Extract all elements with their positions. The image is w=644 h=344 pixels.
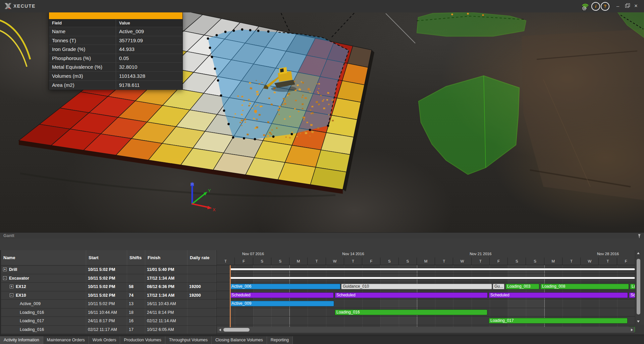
gantt-bar[interactable]: Scheduled xyxy=(335,292,488,298)
table-row[interactable]: Loading_01602/12 11:17 AM1710/12 6:05 AM xyxy=(1,326,216,334)
table-row[interactable]: −Excavator10/11 5:02 PM17/12 1:34 AM xyxy=(1,274,216,283)
restore-icon[interactable] xyxy=(625,4,629,8)
3d-viewport[interactable]: Y X Field Value NameActive_009Tonnes (T)… xyxy=(0,12,644,232)
gantt-chart[interactable]: Nov 07 2016TFSSNov 14 2016MTWTFSSNov 21 … xyxy=(216,250,635,334)
timeline-week-label: Nov 14 2016 xyxy=(289,250,417,257)
gantt-bar[interactable]: Sc xyxy=(629,292,635,298)
tab-reporting[interactable]: Reporting xyxy=(267,336,293,344)
scroll-right-icon[interactable] xyxy=(631,329,633,331)
vertical-scroll-thumb[interactable] xyxy=(637,259,640,314)
dig-vertex-dot[interactable] xyxy=(224,31,227,33)
pin-icon[interactable] xyxy=(637,234,642,238)
gantt-bar[interactable]: Loading_017 xyxy=(489,318,628,324)
expand-icon[interactable]: + xyxy=(10,285,13,288)
dig-vertex-dot[interactable] xyxy=(267,31,270,33)
table-row[interactable]: −EX1010/11 5:02 PM7417/12 1:34 AM19200 xyxy=(1,291,216,300)
material-cube xyxy=(326,99,328,101)
gantt-bar[interactable]: Active_006 xyxy=(230,284,340,289)
col-header-daily-rate[interactable]: Daily rate xyxy=(187,250,216,265)
activity-marker-dot[interactable] xyxy=(254,110,257,113)
dig-vertex-dot[interactable] xyxy=(207,38,209,40)
dig-vertex-dot[interactable] xyxy=(254,138,256,140)
gantt-bar[interactable]: Active_009 xyxy=(230,301,334,306)
tooltip-value: 44.933 xyxy=(116,45,182,54)
cell-shifts: 17 xyxy=(127,326,145,334)
connection-settings-icon[interactable] xyxy=(581,1,590,11)
dig-vertex-dot[interactable] xyxy=(227,123,230,125)
minimize-button[interactable]: – xyxy=(614,3,621,9)
horizontal-scroll-thumb[interactable] xyxy=(223,328,250,332)
dig-vertex-dot[interactable] xyxy=(211,56,213,58)
dig-vertex-dot[interactable] xyxy=(257,30,260,32)
material-cube xyxy=(247,133,249,135)
gantt-bar[interactable]: Scheduled xyxy=(489,292,628,298)
dig-vertex-dot[interactable] xyxy=(327,125,329,127)
dig-vertex-dot[interactable] xyxy=(233,30,235,32)
col-header-shifts[interactable]: Shifts xyxy=(127,250,145,265)
horizontal-scrollbar[interactable] xyxy=(217,327,635,333)
table-row[interactable]: Active_00910/11 5:02 PM1316/11 10:43 AM xyxy=(1,300,216,308)
dig-vertex-dot[interactable] xyxy=(214,68,216,70)
timeline-day: T xyxy=(308,257,326,265)
material-cube xyxy=(282,104,283,105)
material-cube xyxy=(303,119,305,120)
dig-vertex-dot[interactable] xyxy=(209,47,211,49)
scroll-down-icon[interactable] xyxy=(637,321,640,323)
vertical-scrollbar[interactable] xyxy=(635,250,641,325)
tab-maintenance-orders[interactable]: Maintenance Orders xyxy=(43,336,89,344)
gantt-bar[interactable] xyxy=(230,277,635,279)
dig-vertex-dot[interactable] xyxy=(243,137,245,139)
info-icon[interactable]: i xyxy=(591,2,600,11)
plan-polygon-right[interactable] xyxy=(419,76,519,174)
tab-work-orders[interactable]: Work Orders xyxy=(89,336,120,344)
close-button[interactable]: ✕ xyxy=(633,3,639,9)
dig-vertex-dot[interactable] xyxy=(241,28,244,31)
col-header-start[interactable]: Start xyxy=(86,250,127,265)
gantt-bar[interactable]: Loading_008 xyxy=(540,284,629,289)
cell-shifts: 18 xyxy=(127,308,145,317)
app-logo-icon xyxy=(4,3,12,10)
scroll-up-icon[interactable] xyxy=(637,252,640,254)
table-row[interactable]: +EX1210/11 5:02 PM5808/12 6:36 PM19200 xyxy=(1,283,216,291)
axis-triad: Y X xyxy=(190,182,216,212)
tab-activity-information[interactable]: Activity Information xyxy=(0,336,43,344)
col-header-finish[interactable]: Finish xyxy=(145,250,187,265)
timeline-week-label: Nov 21 2016 xyxy=(417,250,544,257)
cell-start: 24/11 8:17 PM xyxy=(86,317,127,325)
dig-vertex-dot[interactable] xyxy=(217,79,219,82)
table-row[interactable]: Loading_01724/11 8:17 PM1602/12 11:14 AM xyxy=(1,317,216,326)
cell-start: 10/11 5:02 PM xyxy=(86,274,127,283)
gantt-bar[interactable]: Guidance_010 xyxy=(341,284,492,289)
collapse-icon[interactable]: − xyxy=(10,293,13,297)
cell-start: 10/11 5:02 PM xyxy=(86,300,127,308)
gantt-bar[interactable] xyxy=(230,268,635,271)
timeline-day: F xyxy=(490,257,508,265)
tab-throughput-volumes[interactable]: Throughput Volumes xyxy=(165,336,212,344)
dig-vertex-dot[interactable] xyxy=(309,129,311,131)
dig-vertex-dot[interactable] xyxy=(220,95,222,97)
table-row[interactable]: Loading_01616/11 10:44 AM1824/11 8:14 PM xyxy=(1,308,216,317)
dig-vertex-dot[interactable] xyxy=(272,135,275,138)
table-row[interactable]: +Drill10/11 5:02 PM11/01 5:40 PM xyxy=(1,266,216,274)
gantt-bar[interactable]: Scheduled xyxy=(230,292,334,298)
help-icon[interactable]: ? xyxy=(601,2,609,11)
dig-vertex-dot[interactable] xyxy=(223,110,225,112)
gantt-bar[interactable]: Loading_016 xyxy=(335,309,487,315)
gantt-bar[interactable]: Gu... xyxy=(493,284,504,289)
cell-name: Loading_016 xyxy=(1,308,86,317)
dig-vertex-dot[interactable] xyxy=(291,133,293,135)
dig-vertex-dot[interactable] xyxy=(249,29,252,32)
scroll-left-icon[interactable] xyxy=(219,329,221,331)
dig-vertex-dot[interactable] xyxy=(216,34,218,37)
gantt-bar[interactable]: Lo xyxy=(630,284,635,289)
tab-production-volumes[interactable]: Production Volumes xyxy=(120,336,165,344)
dig-vertex-dot[interactable] xyxy=(232,136,234,139)
collapse-icon[interactable]: − xyxy=(3,276,7,280)
road-markings xyxy=(0,20,30,67)
tab-closing-balance-volumes[interactable]: Closing Balance Volumes xyxy=(212,336,267,344)
plan-polygon-top[interactable] xyxy=(417,12,526,36)
col-header-name[interactable]: Name xyxy=(1,250,86,265)
material-cube xyxy=(323,108,325,109)
expand-icon[interactable]: + xyxy=(3,268,7,271)
gantt-bar[interactable]: Loading_003 xyxy=(505,284,539,289)
